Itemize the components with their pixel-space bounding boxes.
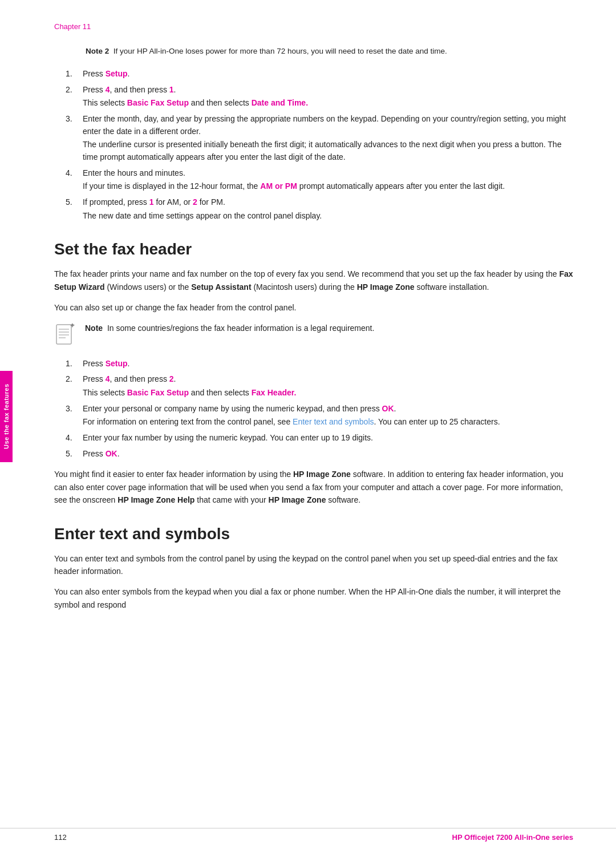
- fax-header-para1: The fax header prints your name and fax …: [54, 268, 573, 293]
- fax-header-para3: You might find it easier to enter fax he…: [54, 468, 573, 506]
- footer-product-name: HP Officejet 7200 All-in-One series: [452, 833, 573, 842]
- enter-text-heading: Enter text and symbols: [54, 525, 573, 543]
- fax-header-steps: 1. Press Setup. 2. Press 4, and then pre…: [66, 358, 573, 460]
- fax-step-2: 2. Press 4, and then press 2. This selec…: [66, 373, 573, 399]
- side-tab: Use the fax features: [0, 371, 13, 462]
- step-3: 3. Enter the month, day, and year by pre…: [66, 113, 573, 164]
- fax-header-heading: Set the fax header: [54, 240, 573, 258]
- fax-header-note-box: ✦ Note In some countries/regions the fax…: [54, 322, 573, 347]
- footer-page-number: 112: [54, 833, 67, 842]
- fax-step-1: 1. Press Setup.: [66, 358, 573, 370]
- main-content: Note 2 If your HP All-in-One loses power…: [54, 0, 573, 611]
- fax-step-5: 5. Press OK.: [66, 448, 573, 460]
- note-2-block: Note 2 If your HP All-in-One loses power…: [86, 46, 573, 58]
- note-icon: ✦: [54, 324, 78, 347]
- step-5: 5. If prompted, press 1 for AM, or 2 for…: [66, 196, 573, 222]
- step-2: 2. Press 4, and then press 1. This selec…: [66, 84, 573, 110]
- date-time-steps: 1. Press Setup. 2. Press 4, and then pre…: [66, 68, 573, 223]
- enter-text-para2: You can also enter symbols from the keyp…: [54, 585, 573, 611]
- side-tab-label: Use the fax features: [3, 384, 10, 450]
- step-4: 4. Enter the hours and minutes. If your …: [66, 167, 573, 193]
- page-container: Use the fax features Chapter 11 Note 2 I…: [0, 0, 616, 853]
- fax-header-para2: You can also set up or change the fax he…: [54, 301, 573, 314]
- fax-header-note-text: Note In some countries/regions the fax h…: [85, 322, 374, 335]
- footer-bar: 112 HP Officejet 7200 All-in-One series: [0, 828, 616, 842]
- note-2-text: Note 2 If your HP All-in-One loses power…: [86, 46, 447, 58]
- note-2-label: Note 2: [86, 47, 114, 55]
- chapter-label: Chapter 11: [54, 22, 91, 31]
- step-1: 1. Press Setup.: [66, 68, 573, 80]
- fax-step-4: 4. Enter your fax number by using the nu…: [66, 432, 573, 444]
- enter-text-para1: You can enter text and symbols from the …: [54, 552, 573, 578]
- fax-step-3: 3. Enter your personal or company name b…: [66, 403, 573, 428]
- svg-text:✦: ✦: [69, 324, 76, 330]
